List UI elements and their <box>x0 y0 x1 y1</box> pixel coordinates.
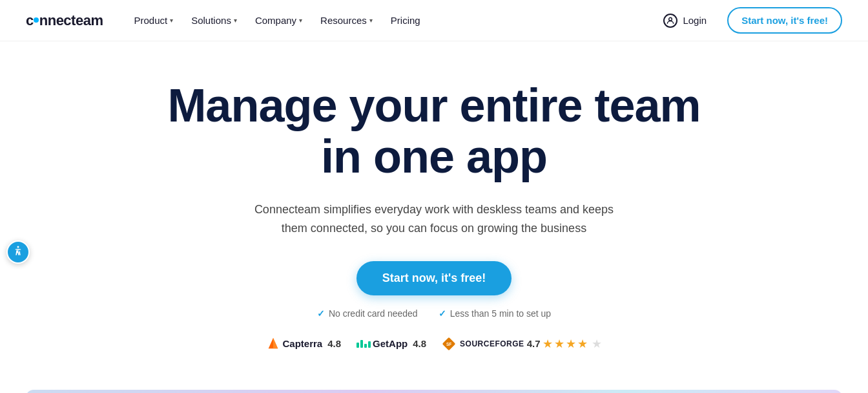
getapp-logo: GetApp <box>356 338 408 349</box>
nav-item-solutions[interactable]: Solutions ▾ <box>183 10 245 31</box>
sourceforge-score: 4.7 <box>527 338 541 349</box>
svg-marker-2 <box>273 338 278 349</box>
user-icon <box>663 14 677 28</box>
chevron-down-icon: ▾ <box>170 17 173 24</box>
hero-cta-button[interactable]: Start now, it's free! <box>356 261 512 295</box>
capterra-logo: Capterra <box>266 337 323 351</box>
accessibility-icon <box>12 245 24 259</box>
check-icon: ✓ <box>439 308 446 319</box>
capterra-label: Capterra <box>283 338 323 349</box>
nav-item-company[interactable]: Company ▾ <box>247 10 310 31</box>
navbar: cnnecteam Product ▾ Solutions ▾ Company … <box>0 0 868 41</box>
nav-item-pricing[interactable]: Pricing <box>383 10 428 31</box>
nav-item-product[interactable]: Product ▾ <box>126 10 181 31</box>
half-star-icon: ★ <box>592 337 602 351</box>
chevron-down-icon: ▾ <box>234 17 237 24</box>
sourceforge-rating: SF SOURCEFORGE 4.7 ★★★★★ <box>442 337 602 351</box>
sourceforge-label: SOURCEFORGE <box>460 339 524 348</box>
logo[interactable]: cnnecteam <box>26 12 103 29</box>
nav-cta-button[interactable]: Start now, it's free! <box>727 7 842 34</box>
nav-item-resources[interactable]: Resources ▾ <box>313 10 380 31</box>
capterra-rating: Capterra 4.8 <box>266 337 342 351</box>
svg-point-0 <box>669 17 672 21</box>
getapp-rating: GetApp 4.8 <box>356 338 426 349</box>
logo-text: cnnecteam <box>26 12 103 29</box>
chevron-down-icon: ▾ <box>299 17 302 24</box>
capterra-score: 4.8 <box>327 338 341 349</box>
getapp-bars-icon <box>356 340 371 348</box>
ratings-row: Capterra 4.8 GetApp 4.8 <box>266 337 603 351</box>
hero-title: Manage your entire team in one app <box>167 80 700 182</box>
nav-links: Product ▾ Solutions ▾ Company ▾ Resource… <box>126 10 653 31</box>
getapp-label: GetApp <box>373 338 408 349</box>
trust-item-1: ✓ No credit card needed <box>317 308 418 319</box>
trust-item-2: ✓ Less than 5 min to set up <box>439 308 551 319</box>
login-button[interactable]: Login <box>653 8 717 33</box>
svg-point-5 <box>17 246 19 248</box>
hero-section: Manage your entire team in one app Conne… <box>0 41 868 390</box>
chevron-down-icon: ▾ <box>369 17 373 24</box>
svg-text:SF: SF <box>446 342 451 346</box>
hero-subtitle: Connecteam simplifies everyday work with… <box>247 200 621 238</box>
nav-right: Login Start now, it's free! <box>653 7 842 34</box>
check-icon: ✓ <box>317 308 325 319</box>
hero-bottom-image <box>26 390 842 393</box>
accessibility-button[interactable] <box>6 240 30 264</box>
trust-row: ✓ No credit card needed ✓ Less than 5 mi… <box>317 308 551 319</box>
sourceforge-icon: SF <box>442 337 456 351</box>
star-rating: ★★★★ <box>542 337 589 351</box>
getapp-score: 4.8 <box>413 338 426 349</box>
